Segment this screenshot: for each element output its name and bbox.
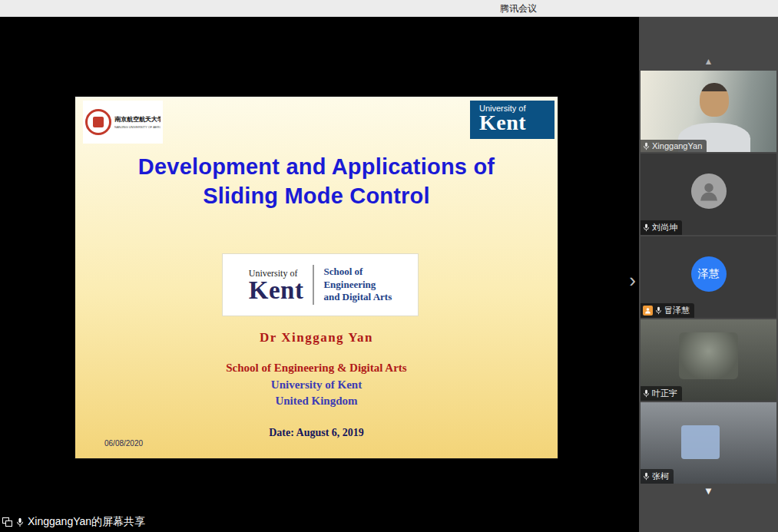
nuaa-name-en: NANJING UNIVERSITY OF AERONAUTICS AND AS… xyxy=(114,125,161,129)
mic-icon xyxy=(643,223,650,232)
slide-title: Development and Applications of Sliding … xyxy=(75,152,558,210)
default-avatar-icon xyxy=(691,173,727,209)
scroll-up-button[interactable]: ▲ xyxy=(639,55,778,68)
participant-name-bar: 叶正宇 xyxy=(641,386,682,401)
participant-name: XinggangYan xyxy=(652,141,702,150)
nuaa-emblem-icon xyxy=(85,109,111,135)
participant-tile[interactable]: 叶正宇 xyxy=(641,319,776,401)
panel-collapse-chevron[interactable]: › xyxy=(629,270,636,290)
participant-tile[interactable]: 张柯 xyxy=(641,402,776,484)
kent-school-logo-left: University of Kent xyxy=(249,268,304,302)
participant-name-bar: XinggangYan xyxy=(641,140,707,152)
slide-title-line2: Sliding Mode Control xyxy=(75,181,558,210)
screen-share-badge-icon xyxy=(643,306,653,316)
scroll-down-button[interactable]: ▼ xyxy=(639,485,778,497)
affiliation-school: School of Engineering & Digital Arts xyxy=(75,362,558,375)
participant-name-bar: 冒泽慧 xyxy=(641,303,694,318)
participant-tile[interactable]: 泽慧 冒泽慧 xyxy=(641,236,776,318)
nuaa-logo-text: 南京航空航天大学 NANJING UNIVERSITY OF AERONAUTI… xyxy=(114,115,161,129)
participant-name-bar: 刘尚坤 xyxy=(641,220,682,235)
presentation-date: Date: August 6, 2019 xyxy=(75,427,558,439)
affiliation-university: University of Kent xyxy=(75,378,558,392)
participant-tile[interactable]: 刘尚坤 xyxy=(641,154,776,235)
mic-icon xyxy=(655,306,662,315)
participant-tile[interactable]: XinggangYan xyxy=(641,71,776,152)
participant-name: 冒泽慧 xyxy=(664,305,690,316)
kent-school-logo: University of Kent School of Engineering… xyxy=(222,253,419,316)
dept-school-line2: Engineering xyxy=(323,279,392,292)
screen-share-icon xyxy=(2,517,12,527)
initials-avatar: 泽慧 xyxy=(691,256,727,292)
mic-icon xyxy=(643,472,650,481)
dept-school-line1: School of xyxy=(323,266,392,279)
kent-logo-word: Kent xyxy=(479,113,555,134)
mic-icon xyxy=(16,517,24,527)
screen-share-stage: 南京航空航天大学 NANJING UNIVERSITY OF AERONAUTI… xyxy=(0,17,639,532)
presenter-name: Dr Xinggang Yan xyxy=(75,330,558,345)
kent-school-logo-right: School of Engineering and Digital Arts xyxy=(323,266,392,305)
affiliation-country: United Kingdom xyxy=(75,395,558,408)
nuaa-logo: 南京航空航天大学 NANJING UNIVERSITY OF AERONAUTI… xyxy=(83,101,163,144)
participant-name: 刘尚坤 xyxy=(652,222,677,233)
shared-slide: 南京航空航天大学 NANJING UNIVERSITY OF AERONAUTI… xyxy=(75,97,558,458)
screen-share-statusbar: XinggangYan的屏幕共享 xyxy=(2,515,145,529)
dept-school-line3: and Digital Arts xyxy=(323,291,392,304)
logo-divider xyxy=(313,265,314,305)
app-title: 腾讯会议 xyxy=(500,2,537,15)
participant-list: XinggangYan 刘尚坤 泽慧 冒泽慧 xyxy=(639,71,778,485)
participant-name-bar: 张柯 xyxy=(641,469,674,484)
nuaa-name-cn: 南京航空航天大学 xyxy=(114,115,161,124)
dept-kent-word: Kent xyxy=(249,279,304,302)
slide-title-line1: Development and Applications of xyxy=(75,152,558,181)
mic-icon xyxy=(643,389,650,398)
person-head xyxy=(700,83,729,117)
screen-share-label: XinggangYan的屏幕共享 xyxy=(28,515,145,529)
window-titlebar: 腾讯会议 xyxy=(0,0,778,17)
mic-icon xyxy=(643,142,650,150)
participant-name: 张柯 xyxy=(652,471,669,482)
participants-panel: ▲ XinggangYan 刘尚坤 泽慧 xyxy=(639,17,778,532)
participant-name: 叶正宇 xyxy=(652,388,677,399)
slide-footer-date: 06/08/2020 xyxy=(104,439,143,448)
kent-logo: University of Kent xyxy=(470,101,555,139)
